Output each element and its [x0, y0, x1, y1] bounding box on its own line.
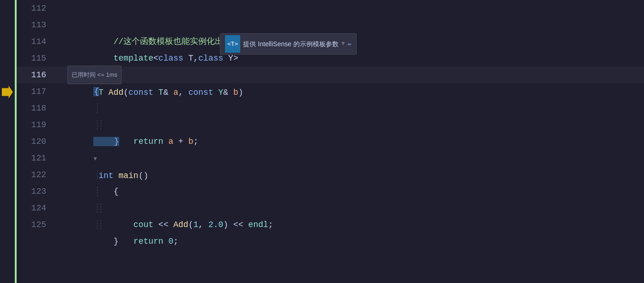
table-row: 123 return 0;: [17, 183, 644, 200]
edit-icon[interactable]: ✏: [347, 36, 351, 52]
arrow-gutter: [0, 0, 15, 283]
line-content-116[interactable]: { 已用时间 <= 1ms: [54, 67, 644, 83]
semicolon-123: ;: [173, 237, 178, 246]
keyword-class2: class: [198, 54, 223, 63]
line-number-116: 116: [17, 67, 54, 83]
line-number-118: 118: [17, 100, 54, 117]
close-brace-124: }: [93, 237, 118, 246]
table-row: 119: [17, 117, 644, 133]
line-content-114[interactable]: template<class T,class Y> <T> 提供 Intelli…: [54, 33, 644, 50]
table-row: 120 ▼ int main(): [17, 133, 644, 150]
line-number-124: 124: [17, 200, 54, 216]
elapsed-time-badge: 已用时间 <= 1ms: [67, 66, 122, 84]
table-row: 117 return a + b;: [17, 83, 644, 100]
table-row: 113 //这个函数模板也能实例化出 int 的Add函数: [17, 17, 644, 33]
line-content-120[interactable]: ▼ int main(): [54, 133, 644, 150]
keyword-class: class: [158, 54, 183, 63]
line-content-125[interactable]: [54, 216, 644, 233]
table-row: 124 }: [17, 200, 644, 216]
template-T: T,: [183, 54, 198, 63]
tooltip-badge: <T>: [225, 35, 240, 53]
line-number-120: 120: [17, 133, 54, 150]
line-content-123[interactable]: return 0;: [54, 183, 644, 200]
line-number-121: 121: [17, 150, 54, 166]
line-number-119: 119: [17, 117, 54, 133]
chevron-down-icon[interactable]: ▼: [341, 36, 345, 52]
table-row: 122 cout << Add(1, 2.0) << endl;: [17, 166, 644, 183]
template-bracket: <: [153, 54, 158, 63]
tooltip-description: 提供 IntelliSense 的示例模板参数: [243, 36, 338, 52]
line-content-113[interactable]: //这个函数模板也能实例化出 int 的Add函数: [54, 17, 644, 33]
line-content-124[interactable]: }: [54, 200, 644, 216]
open-brace-116: {: [93, 87, 99, 96]
code-editor: 112 113 //这个函数模板也能实例化出 int 的Add函数 114 te…: [17, 0, 644, 283]
line-number-123: 123: [17, 183, 54, 200]
line-number-122: 122: [17, 166, 54, 183]
line-number-112: 112: [17, 0, 54, 17]
line-content-117[interactable]: return a + b;: [54, 83, 644, 100]
table-row: 125: [17, 216, 644, 233]
line-content-118[interactable]: }: [54, 100, 644, 117]
debug-arrow-indicator: [2, 86, 13, 98]
line-number-117: 117: [17, 83, 54, 100]
line-number-113: 113: [17, 17, 54, 33]
template-Y: Y>: [223, 54, 238, 63]
table-row: 114 template<class T,class Y> <T> 提供 Int…: [17, 33, 644, 50]
line-number-125: 125: [17, 216, 54, 233]
line-number-115: 115: [17, 50, 54, 67]
table-row: 118 }: [17, 100, 644, 117]
table-row: 121 {: [17, 150, 644, 166]
intellisense-tooltip[interactable]: <T> 提供 IntelliSense 的示例模板参数 ▼ ✏: [220, 33, 357, 55]
editor-container: 112 113 //这个函数模板也能实例化出 int 的Add函数 114 te…: [0, 0, 644, 283]
line-content-121[interactable]: {: [54, 150, 644, 166]
line-number-114: 114: [17, 33, 54, 50]
keyword-template: template: [93, 54, 153, 63]
table-row: 116 { 已用时间 <= 1ms: [17, 67, 644, 83]
table-row: 112: [17, 0, 644, 17]
line-content-112[interactable]: [54, 0, 644, 17]
zero-literal: 0: [168, 237, 173, 246]
line-content-122[interactable]: cout << Add(1, 2.0) << endl;: [54, 166, 644, 183]
line-content-119[interactable]: [54, 117, 644, 133]
